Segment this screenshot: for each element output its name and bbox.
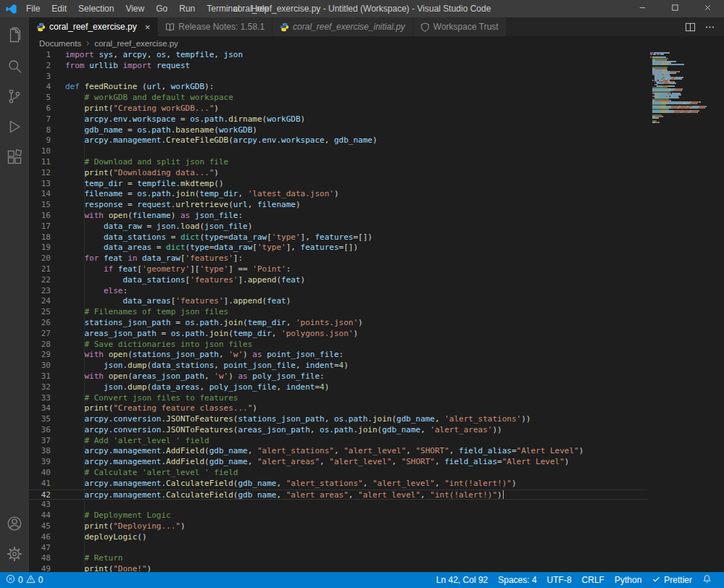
status-encoding[interactable]: UTF-8 [542,572,577,588]
activity-source-control-icon[interactable] [0,81,29,112]
code-text: else: [65,286,724,297]
code-line[interactable]: 22 data_stations['features'].append(feat… [29,275,724,286]
close-button[interactable] [691,0,724,17]
minimize-button[interactable] [626,0,659,17]
code-text: # Add 'alert_level ' field [65,436,724,447]
breadcrumb-item-documents[interactable]: Documents [39,39,81,48]
maximize-icon [671,4,679,14]
code-line[interactable]: 2from urllib import request [29,61,724,72]
code-line[interactable]: 49 print("Done!") [29,564,724,572]
status-cursor-position[interactable]: Ln 42, Col 92 [431,572,493,588]
line-number: 22 [29,275,65,286]
breadcrumb-item-coral-reef-exercise-py[interactable]: coral_reef_exercise.py [94,39,178,48]
code-line[interactable]: 6 print("Creating workGDB...") [29,104,724,114]
code-lines[interactable]: 1import sys, arcpy, os, tempfile, json2f… [29,50,724,572]
activity-settings-gear-icon[interactable] [0,539,29,569]
code-line[interactable]: 27 areas_json_path = os.path.join(temp_d… [29,329,724,340]
code-text [65,500,724,511]
more-actions-icon[interactable] [704,22,715,33]
code-text: print("Creating workGDB...") [65,104,724,114]
code-line[interactable]: 48 # Return [29,553,724,564]
code-text: # Convert json files to features [65,393,724,404]
activity-extensions-icon[interactable] [0,142,29,172]
code-line[interactable]: 13 temp_dir = tempfile.mkdtemp() [29,179,724,190]
minimap[interactable] [647,50,714,572]
status-eol[interactable]: CRLF [577,572,609,588]
code-line[interactable]: 28 # Save dictionaries into json files [29,340,724,350]
code-line[interactable]: 20 for feat in data_raw['features']: [29,253,724,264]
code-line[interactable]: 39 arcpy.management.AddField(gdb_name, "… [29,457,724,468]
code-line[interactable]: 31 with open(areas_json_path, 'w') as po… [29,371,724,382]
code-line[interactable]: 19 data_areas = dict(type=data_raw['type… [29,243,724,253]
code-line[interactable]: 36 arcpy.conversion.JSONToFeatures(areas… [29,425,724,436]
menu-view[interactable]: View [120,0,150,17]
code-line[interactable]: 35 arcpy.conversion.JSONToFeatures(stati… [29,414,724,425]
code-line[interactable]: 33 # Convert json files to features [29,393,724,404]
code-line[interactable]: 23 else: [29,286,724,297]
close-tab-icon[interactable]: × [145,22,151,32]
problems-status[interactable]: 00 [0,572,49,588]
code-line[interactable]: 8 gdb_name = os.path.basename(workGDB) [29,125,724,136]
code-line[interactable]: 42 arcpy.management.CalculateField(gdb_n… [29,490,724,500]
tab-coral-reef-exercise-py[interactable]: coral_reef_exercise.py× [29,17,158,36]
status-notifications[interactable] [697,572,717,588]
code-line[interactable]: 44 # Deployment Logic [29,511,724,521]
activity-run-debug-icon[interactable] [0,112,29,142]
code-line[interactable]: 41 arcpy.management.CalculateField(gdb_n… [29,479,724,490]
code-line[interactable]: 16 with open(filename) as json_file: [29,211,724,222]
menu-go[interactable]: Go [150,0,173,17]
code-line[interactable]: 47 [29,543,724,554]
split-editor-icon[interactable] [685,22,696,33]
code-line[interactable]: 3 [29,72,724,83]
code-line[interactable]: 7 arcpy.env.workspace = os.path.dirname(… [29,114,724,125]
code-line[interactable]: 17 data_raw = json.load(json_file) [29,222,724,232]
tab-coral-reef-exercise-initial-py[interactable]: coral_reef_exercise_initial.py [272,17,413,36]
code-line[interactable]: 32 json.dump(data_areas, poly_json_file,… [29,382,724,393]
status-formatter[interactable]: Prettier [646,572,697,588]
maximize-button[interactable] [659,0,691,17]
code-line[interactable]: 15 response = request.urlretrieve(url, f… [29,200,724,211]
code-line[interactable]: 46 deployLogic() [29,532,724,543]
code-line[interactable]: 43 [29,500,724,511]
code-line[interactable]: 21 if feat['geometry']['type'] == 'Point… [29,264,724,275]
code-line[interactable]: 9 arcpy.management.CreateFileGDB(arcpy.e… [29,135,724,146]
code-line[interactable]: 29 with open(stations_json_path, 'w') as… [29,350,724,361]
code-text: arcpy.management.CalculateField(gdb_name… [65,490,724,500]
code-line[interactable]: 25 # Filenames of temp json files [29,307,724,318]
code-line[interactable]: 26 stations_json_path = os.path.join(tem… [29,318,724,329]
overview-ruler[interactable] [714,50,724,572]
code-line[interactable]: 10 [29,146,724,157]
code-line[interactable]: 5 # workGDB and default workspace [29,93,724,104]
code-line[interactable]: 24 data_areas['features'].append(feat) [29,296,724,307]
line-number: 20 [29,253,65,264]
python-icon [280,22,289,32]
code-line[interactable]: 45 print("Deploying...") [29,521,724,532]
activity-files-icon[interactable] [0,20,29,51]
activity-search-icon[interactable] [0,51,29,81]
bell-icon [702,574,712,586]
status-indentation[interactable]: Spaces: 4 [493,572,541,588]
code-line[interactable]: 1import sys, arcpy, os, tempfile, json [29,50,724,61]
line-number: 2 [29,61,65,72]
code-line[interactable]: 18 data_stations = dict(type=data_raw['t… [29,232,724,243]
menu-selection[interactable]: Selection [72,0,120,17]
menu-file[interactable]: File [20,0,46,17]
code-line[interactable]: 12 print("Downloading data...") [29,168,724,179]
tab-workspace-trust[interactable]: Workspace Trust [413,17,507,36]
line-number: 29 [29,350,65,361]
tab-release-notes-1-58-1[interactable]: Release Notes: 1.58.1 [158,17,272,36]
status-language-mode[interactable]: Python [609,572,646,588]
code-line[interactable]: 4def feedRoutine (url, workGDB): [29,82,724,93]
code-line[interactable]: 34 print("Creating feature classes...") [29,403,724,414]
menu-run[interactable]: Run [173,0,201,17]
code-line[interactable]: 38 arcpy.management.AddField(gdb_name, "… [29,446,724,457]
activity-account-icon[interactable] [0,508,29,539]
code-line[interactable]: 40 # Calculate 'alert_level ' field [29,468,724,479]
code-line[interactable]: 11 # Download and split json file [29,157,724,168]
code-line[interactable]: 30 json.dump(data_stations, point_json_f… [29,361,724,371]
editor[interactable]: 1import sys, arcpy, os, tempfile, json2f… [29,50,724,572]
code-line[interactable]: 14 filename = os.path.join(temp_dir, 'la… [29,189,724,200]
menu-edit[interactable]: Edit [46,0,72,17]
line-number: 44 [29,511,65,521]
code-line[interactable]: 37 # Add 'alert_level ' field [29,436,724,447]
